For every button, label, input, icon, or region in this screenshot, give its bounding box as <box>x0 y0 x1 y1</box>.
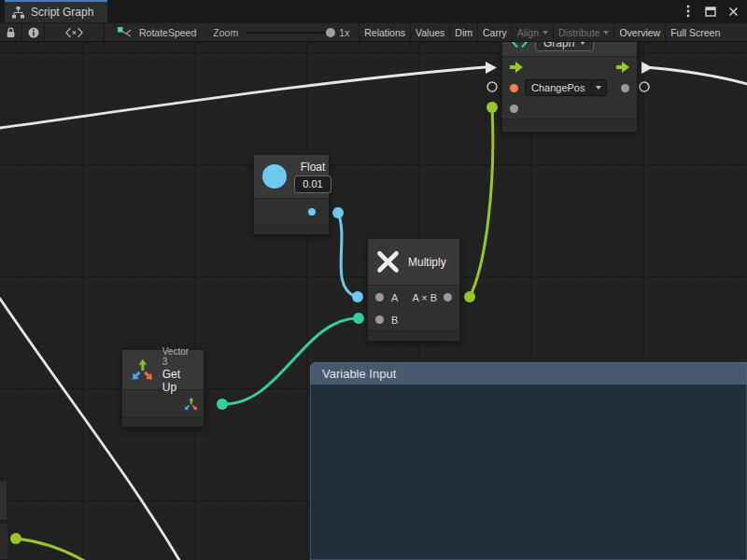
port-ring[interactable] <box>640 82 649 91</box>
wire-green[interactable] <box>470 107 493 297</box>
script-graph-icon <box>12 7 24 19</box>
float-icon <box>262 164 287 189</box>
multiply-icon <box>376 250 400 273</box>
zoom-slider[interactable] <box>246 32 331 34</box>
flow-arrow-port[interactable] <box>510 62 523 73</box>
output-row <box>122 390 204 417</box>
input-port-b[interactable] <box>375 315 384 324</box>
lock-icon <box>6 27 16 38</box>
graph-selector[interactable]: Graph <box>535 42 594 51</box>
node-header[interactable]: Multiply <box>368 239 459 286</box>
lock-button[interactable] <box>0 23 22 41</box>
node-header[interactable]: Float 0.01 <box>254 155 329 199</box>
multiply-node[interactable]: Multiply A A × B B <box>367 238 460 342</box>
port-b-label: B <box>391 315 398 326</box>
kebab-menu-icon[interactable] <box>682 5 695 18</box>
port-ring[interactable] <box>487 82 497 91</box>
float-value-field[interactable]: 0.01 <box>294 175 331 193</box>
offscreen-node[interactable] <box>0 523 9 560</box>
node-footer <box>502 119 637 131</box>
distribute-button[interactable]: Distribute <box>554 23 614 41</box>
carry-button[interactable]: Carry <box>478 23 513 41</box>
wire-end <box>332 207 344 218</box>
full-screen-label: Full Screen <box>670 27 720 38</box>
graph-name: RotateSpeed <box>139 27 196 38</box>
zoom-slider-knob[interactable] <box>326 28 335 37</box>
float-node[interactable]: Float 0.01 <box>253 154 330 235</box>
dropdown-arrow-icon <box>603 31 609 35</box>
port-row: A A × B <box>368 286 459 309</box>
close-icon[interactable] <box>726 5 740 18</box>
zoom-label: Zoom <box>213 27 238 38</box>
graph-toolbar: RotateSpeed Zoom 1x Relations Values Dim… <box>0 22 747 42</box>
maximize-icon[interactable] <box>704 5 717 18</box>
dim-button[interactable]: Dim <box>450 23 478 41</box>
wire-control-out[interactable] <box>651 68 747 85</box>
dropdown-arrow-icon <box>592 86 606 90</box>
distribute-label: Distribute <box>558 27 599 38</box>
subgraph-icon <box>512 42 528 48</box>
flow-arrow-port[interactable] <box>616 62 629 73</box>
relations-label: Relations <box>364 27 405 38</box>
graph-breadcrumb[interactable]: RotateSpeed <box>118 23 196 41</box>
align-button[interactable]: Align <box>513 23 554 41</box>
port-row: B <box>368 309 459 330</box>
node-title: Multiply <box>408 256 446 269</box>
carry-label: Carry <box>483 27 507 38</box>
wire-end <box>352 291 363 302</box>
values-button[interactable]: Values <box>411 23 450 41</box>
inspect-button[interactable] <box>45 23 105 41</box>
wire-end <box>486 102 498 113</box>
zoom-control: Zoom 1x <box>213 23 349 41</box>
float-output-port[interactable] <box>308 208 316 216</box>
input-port-a[interactable] <box>375 293 384 301</box>
unity-script-graph-window: Script Graph <box>0 0 747 560</box>
wire-green-bottom[interactable] <box>16 539 86 560</box>
info-icon <box>28 27 39 38</box>
output-row <box>254 199 329 225</box>
info-button[interactable] <box>22 23 45 41</box>
vector3-output-port[interactable] <box>183 397 199 412</box>
overview-button[interactable]: Overview <box>614 23 666 41</box>
node-header[interactable]: Vector 3 Get Up <box>122 350 204 390</box>
output-port[interactable] <box>444 293 452 301</box>
graph-io-node[interactable]: Graph ChangePos <box>501 42 638 133</box>
inspect-icon <box>65 28 83 37</box>
relations-button[interactable]: Relations <box>359 23 411 41</box>
changepos-value: ChangePos <box>526 82 591 93</box>
graph-selector-label: Graph <box>543 42 574 49</box>
port-out-label: A × B <box>412 292 437 303</box>
dropdown-arrow-icon <box>580 42 585 45</box>
window-controls <box>682 0 747 22</box>
vector3-get-up-node[interactable]: Vector 3 Get Up <box>121 349 204 427</box>
tab-bar: Script Graph <box>0 0 747 22</box>
graph-path-icon <box>118 27 133 38</box>
values-label: Values <box>416 27 444 38</box>
node-title: Float <box>301 161 326 174</box>
node-footer <box>254 225 329 234</box>
changepos-dropdown[interactable]: ChangePos <box>525 79 607 96</box>
tab-title: Script Graph <box>31 6 93 19</box>
overview-label: Overview <box>619 27 660 38</box>
dim-label: Dim <box>455 27 472 38</box>
wire-end <box>10 533 21 544</box>
zoom-value: 1x <box>339 27 349 38</box>
node-footer <box>122 417 204 427</box>
vector3-icon <box>130 357 155 383</box>
graph-canvas[interactable]: Variable Input <box>0 42 747 560</box>
tab-script-graph[interactable]: Script Graph <box>5 0 107 22</box>
node-title: Get Up <box>162 368 196 394</box>
full-screen-button[interactable]: Full Screen <box>666 23 725 41</box>
node-header[interactable]: Graph <box>502 42 637 57</box>
wire-teal[interactable] <box>222 318 358 404</box>
offscreen-node[interactable] <box>0 480 7 521</box>
wire-blue[interactable] <box>338 213 356 297</box>
flow-arrowhead <box>486 62 497 74</box>
wire-control-in[interactable] <box>0 67 485 128</box>
output-port[interactable] <box>621 84 629 92</box>
wire-diagonal[interactable] <box>0 299 179 560</box>
port-a-label: A <box>391 292 398 303</box>
input-port[interactable] <box>510 105 518 113</box>
input-port[interactable] <box>510 84 518 92</box>
wire-end <box>464 291 475 302</box>
